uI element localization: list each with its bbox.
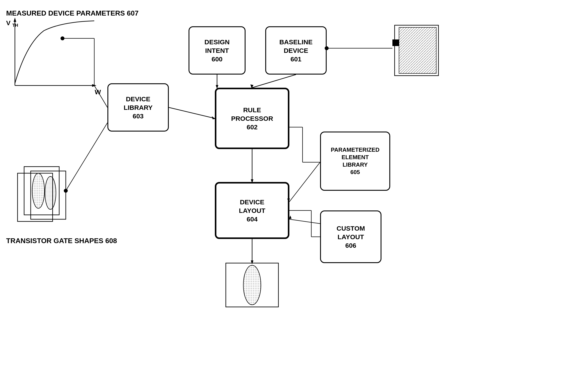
device-library-box: DEVICELIBRARY603 (108, 83, 169, 131)
rule-processor-box: RULEPROCESSOR602 (215, 88, 289, 149)
svg-text:TH: TH (12, 23, 18, 28)
transistor-gate-shapes-label: TRANSISTOR GATE SHAPES 608 (6, 237, 117, 245)
svg-rect-24 (392, 39, 399, 46)
svg-line-10 (94, 86, 108, 108)
svg-point-15 (45, 176, 56, 209)
svg-marker-2 (14, 18, 16, 22)
svg-marker-3 (92, 84, 97, 87)
svg-text:W: W (95, 88, 101, 96)
custom-layout-box: CUSTOMLAYOUT606 (320, 210, 381, 263)
svg-rect-12 (24, 167, 59, 215)
svg-point-7 (61, 36, 65, 40)
svg-rect-11 (18, 173, 53, 221)
svg-rect-44 (226, 263, 278, 307)
svg-line-37 (289, 219, 320, 224)
svg-rect-22 (399, 27, 436, 74)
svg-line-35 (289, 162, 320, 202)
svg-line-31 (169, 108, 215, 118)
svg-text:V: V (6, 19, 11, 27)
svg-point-16 (64, 189, 68, 193)
svg-point-14 (32, 173, 44, 208)
svg-line-17 (66, 123, 108, 191)
svg-line-29 (252, 75, 296, 88)
diagram: MEASURED DEVICE PARAMETERS 607 V TH W DE… (0, 0, 561, 392)
svg-rect-21 (395, 25, 438, 76)
device-layout-box: DEVICELAYOUT604 (215, 182, 289, 239)
svg-rect-13 (31, 171, 66, 219)
baseline-device-box: BASELINEDEVICE601 (265, 26, 327, 75)
svg-point-45 (243, 265, 261, 305)
measured-device-params-label: MEASURED DEVICE PARAMETERS 607 (6, 9, 139, 17)
svg-marker-43 (251, 261, 253, 264)
svg-rect-23 (399, 27, 436, 74)
parameterized-element-library-box: PARAMETERIZEDELEMENTLIBRARY605 (320, 131, 390, 191)
design-intent-box: DESIGNINTENT600 (189, 26, 246, 75)
